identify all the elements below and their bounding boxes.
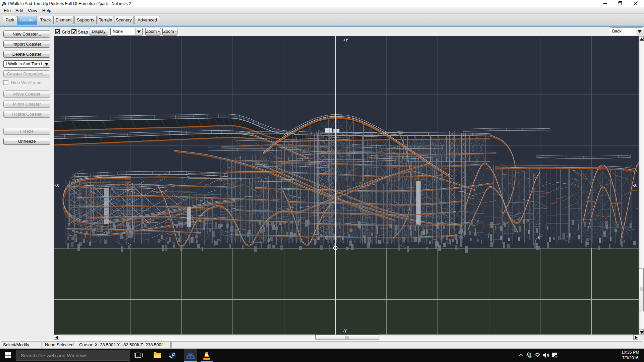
svg-text:+Y: +Y (343, 38, 348, 43)
svg-text:+X: +X (54, 183, 59, 188)
svg-text:-X: -X (633, 183, 637, 188)
svg-text:-Y: -Y (343, 329, 347, 334)
